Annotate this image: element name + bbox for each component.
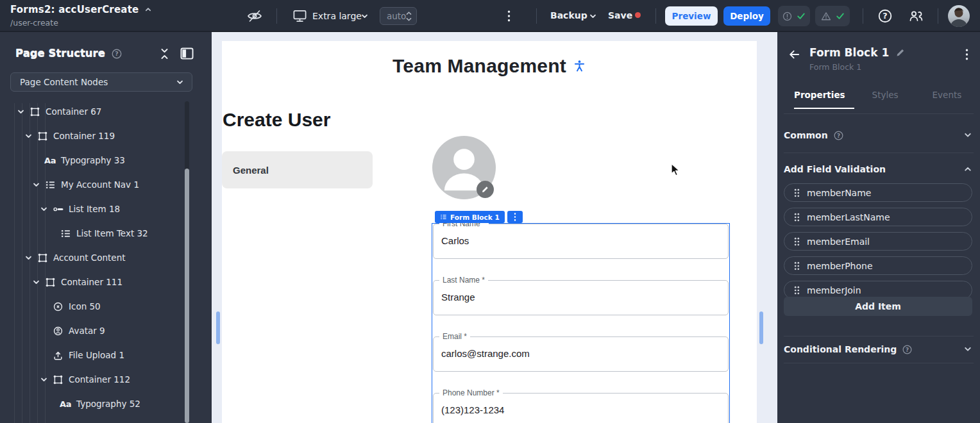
design-canvas[interactable]: Team Management Create User General Form…: [212, 32, 777, 423]
tree-node-label: Container 67: [46, 106, 101, 117]
preview-button[interactable]: Preview: [665, 6, 718, 26]
tree-node[interactable]: Aa Typography 33: [0, 148, 212, 172]
validation-item[interactable]: memberLastName: [784, 208, 972, 226]
tree-node[interactable]: Aa List Item 18: [0, 197, 212, 221]
field-label: Last Name *: [439, 276, 488, 285]
alert-circle-icon: [782, 11, 793, 22]
eye-off-icon[interactable]: [247, 9, 262, 23]
drag-handle-icon[interactable]: [794, 188, 800, 197]
nodes-filter-dropdown[interactable]: Page Content Nodes: [10, 72, 192, 92]
field-value[interactable]: Carlos: [441, 235, 469, 246]
form-block-menu-button[interactable]: [507, 211, 523, 223]
chevron-down-icon[interactable]: [15, 106, 26, 117]
help-icon[interactable]: [878, 9, 892, 23]
form-block-selection-tag[interactable]: Form Block 1: [435, 211, 523, 223]
panel-tab[interactable]: Styles: [872, 90, 915, 109]
warnings-status-badge[interactable]: [815, 6, 850, 26]
collapse-tree-icon[interactable]: [159, 48, 170, 60]
field-value[interactable]: (123)123-1234: [441, 404, 504, 415]
nav-item-general[interactable]: General: [222, 151, 373, 188]
viewport-size-label[interactable]: Extra large: [312, 11, 362, 21]
node-type-icon: Aa: [44, 276, 56, 288]
add-item-button[interactable]: Add Item: [784, 297, 972, 316]
field-value[interactable]: carlos@strange.com: [441, 348, 530, 359]
drag-handle-icon[interactable]: [794, 286, 800, 295]
chevron-down-icon[interactable]: [31, 277, 41, 287]
tree-node[interactable]: Aa Avatar 9: [0, 319, 212, 343]
help-icon[interactable]: [902, 345, 912, 354]
chevron-down-icon[interactable]: [963, 345, 972, 354]
edit-avatar-button[interactable]: [477, 181, 494, 198]
toggle-panel-icon[interactable]: [180, 47, 194, 60]
form-block-tag[interactable]: Form Block 1: [435, 211, 505, 223]
form-field[interactable]: Email * carlos@strange.com: [433, 336, 729, 372]
divider: [784, 153, 974, 153]
chevron-down-icon[interactable]: [23, 253, 33, 263]
drag-handle-icon[interactable]: [794, 237, 800, 246]
tree-node[interactable]: Aa My Account Nav 1: [0, 172, 212, 197]
accessibility-icon[interactable]: [573, 59, 586, 73]
backup-button[interactable]: Backup: [550, 10, 587, 21]
canvas-resize-handle-right[interactable]: [759, 311, 763, 344]
tree-node[interactable]: Aa List Item Text 32: [0, 221, 212, 245]
zoom-value: auto: [380, 11, 406, 21]
field-value[interactable]: Strange: [441, 292, 475, 303]
kebab-menu-icon[interactable]: [965, 49, 968, 60]
chevron-up-icon[interactable]: [144, 6, 152, 13]
form-field[interactable]: Last Name * Strange: [433, 280, 729, 315]
tree-node[interactable]: Aa File Upload 1: [0, 343, 212, 367]
node-type-icon: Aa: [59, 398, 72, 410]
validation-items-list: memberName memberLastName memberEmail me…: [784, 183, 972, 305]
tree-node[interactable]: Aa Container 119: [0, 124, 212, 148]
tree-node[interactable]: Aa Icon 50: [0, 294, 212, 319]
drag-handle-icon[interactable]: [794, 213, 800, 222]
chevron-down-icon[interactable]: [38, 374, 49, 385]
drag-handle-icon[interactable]: [794, 261, 800, 270]
help-icon[interactable]: [112, 49, 122, 59]
panel-tab[interactable]: Properties: [794, 90, 854, 109]
tree-scrollbar-thumb[interactable]: [185, 169, 189, 423]
section-conditional-rendering[interactable]: Conditional Rendering: [784, 340, 972, 358]
tree-node[interactable]: Aa Container 111: [0, 270, 212, 294]
zoom-stepper[interactable]: auto: [380, 7, 417, 25]
chevron-down-icon[interactable]: [31, 179, 41, 190]
validation-item[interactable]: memberEmail: [784, 232, 972, 251]
users-icon[interactable]: [908, 9, 924, 23]
chevron-down-icon[interactable]: [963, 131, 972, 140]
help-icon[interactable]: [834, 131, 843, 140]
tree-node-label: My Account Nav 1: [61, 179, 139, 190]
tree-node[interactable]: Aa Typography 52: [0, 392, 212, 416]
page-heading[interactable]: Team Management: [393, 55, 566, 77]
section-heading[interactable]: Create User: [223, 109, 330, 131]
tree-node[interactable]: Aa Container 112: [0, 367, 212, 392]
section-add-field-validation[interactable]: Add Field Validation: [784, 160, 972, 178]
page-structure-panel: Page Structure Page Structure Page Conte…: [0, 32, 212, 423]
app-title-row[interactable]: Forms2: accUserCreate: [10, 4, 152, 15]
canvas-resize-handle-left[interactable]: [216, 311, 220, 344]
form-field[interactable]: Phone Number * (123)123-1234: [433, 393, 729, 423]
tree-node[interactable]: Aa Container 67: [0, 99, 212, 124]
deploy-button[interactable]: Deploy: [723, 6, 770, 26]
back-arrow-icon[interactable]: [788, 48, 801, 61]
kebab-menu-icon[interactable]: [507, 10, 511, 22]
validation-item[interactable]: memberName: [784, 183, 972, 202]
chevron-down-icon[interactable]: [38, 204, 49, 214]
tree-node[interactable]: Aa Account Content: [0, 245, 212, 270]
chevron-up-icon[interactable]: [963, 165, 972, 174]
page-preview[interactable]: Team Management Create User General Form…: [222, 41, 757, 423]
rename-pencil-icon[interactable]: [895, 47, 906, 58]
chevron-down-icon[interactable]: [360, 12, 369, 21]
form-field[interactable]: First Name * Carlos: [433, 224, 729, 259]
save-button[interactable]: Save: [608, 10, 632, 21]
form-block[interactable]: First Name * Carlos Last Name * Strange …: [432, 223, 730, 423]
tree-node-label: Container 111: [61, 277, 122, 287]
issues-status-badge[interactable]: [778, 6, 810, 26]
stepper-up-icon[interactable]: [406, 12, 412, 15]
stepper-down-icon[interactable]: [406, 17, 412, 21]
chevron-down-icon[interactable]: [589, 12, 597, 21]
validation-item[interactable]: memberPhone: [784, 256, 972, 275]
panel-tab[interactable]: Events: [933, 90, 975, 109]
chevron-down-icon[interactable]: [23, 131, 33, 141]
user-avatar[interactable]: [948, 5, 970, 27]
section-common[interactable]: Common: [784, 126, 972, 144]
